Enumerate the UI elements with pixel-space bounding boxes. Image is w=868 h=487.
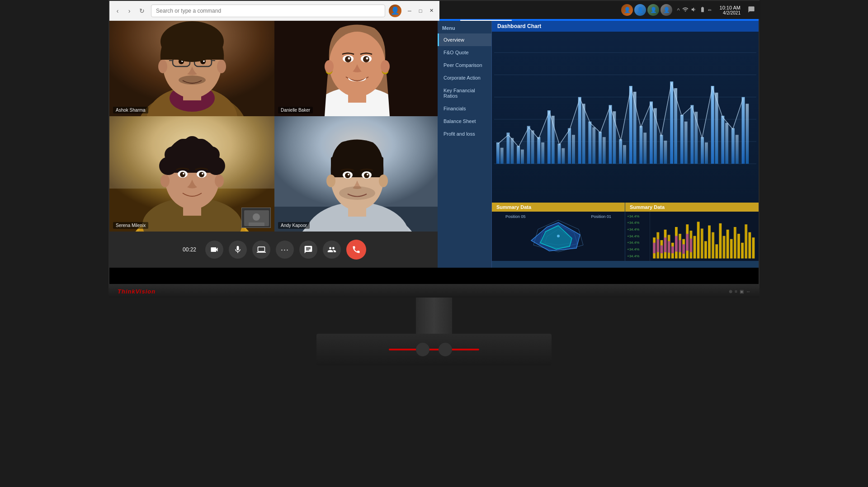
maximize-button[interactable]: □ (416, 6, 425, 15)
call-timer: 00:22 (183, 246, 196, 253)
svg-rect-158 (715, 244, 718, 258)
close-button[interactable]: ✕ (427, 6, 436, 15)
svg-point-76 (339, 186, 375, 200)
mini-bar-panel: Summary Data +34.4% +34.4% +34.4% +34.4%… (625, 203, 759, 262)
call-controls-bar: 00:22 ··· (109, 232, 439, 268)
app-avatar-1[interactable]: 👤 (621, 4, 633, 16)
network-icon[interactable] (682, 6, 689, 14)
svg-point-74 (348, 174, 349, 175)
sidebar-item-key-ratios[interactable]: Key Fanancial Ratios (438, 84, 491, 102)
svg-rect-166 (745, 224, 747, 258)
svg-point-29 (363, 56, 369, 62)
percentage-labels: +34.4% +34.4% +34.4% +34.4% +34.4% +34.4… (625, 212, 650, 261)
monitor-screen: ‹ › ↻ 👤 ─ □ ✕ (108, 0, 760, 285)
svg-rect-177 (682, 244, 685, 254)
menu-header: Menu (438, 23, 491, 33)
sidebar-item-fo-quote[interactable]: F&O Quote (438, 46, 491, 59)
svg-rect-170 (656, 239, 659, 252)
pct-2: +34.4% (627, 221, 648, 225)
svg-rect-162 (730, 239, 733, 259)
sidebar-item-corporate-action[interactable]: Corporate Action (438, 71, 491, 84)
svg-rect-69 (331, 157, 383, 177)
chat-button[interactable] (299, 241, 317, 259)
summary-row: Summary Data Position 05 Position 01 (492, 203, 759, 262)
svg-point-61 (253, 213, 260, 221)
minimize-button[interactable]: ─ (405, 6, 414, 15)
svg-rect-165 (741, 243, 744, 259)
notification-button[interactable] (746, 4, 757, 16)
svg-point-55 (183, 173, 184, 175)
svg-rect-163 (734, 227, 736, 259)
pct-5: +34.4% (627, 241, 648, 245)
sidebar-item-financials[interactable]: Financials (438, 102, 491, 115)
app-avatar-3[interactable]: 👤 (647, 4, 659, 16)
radar-label-pos01: Position 01 (591, 214, 611, 219)
svg-rect-159 (719, 223, 722, 259)
summary-header-right: Summary Data (625, 203, 759, 212)
video-thumbnail (241, 208, 271, 228)
svg-point-50 (207, 157, 225, 175)
dashboard-content: Menu Overview F&O Quote Peer Comparison … (438, 21, 759, 268)
monitor-settings: ⊕ ≡ ▣ ↔ (729, 289, 750, 294)
svg-rect-157 (712, 232, 714, 259)
chart-section-header: Dashboard Chart (492, 21, 759, 32)
dashboard-sidebar: Menu Overview F&O Quote Peer Comparison … (438, 21, 492, 268)
running-apps: 👤 👤 👤 👤 (621, 4, 672, 16)
sidebar-item-profit-loss[interactable]: Profit and loss (438, 128, 491, 140)
svg-rect-168 (752, 237, 755, 258)
pct-1: +34.4% (627, 214, 648, 218)
volume-icon[interactable] (691, 6, 697, 14)
participants-button[interactable] (323, 241, 341, 259)
svg-point-140 (557, 235, 560, 237)
svg-point-17 (217, 60, 226, 73)
mute-button[interactable] (229, 241, 247, 259)
svg-rect-134 (745, 104, 749, 164)
forward-button[interactable]: › (125, 6, 134, 15)
teams-titlebar: ‹ › ↻ 👤 ─ □ ✕ (109, 1, 439, 21)
sidebar-item-balance-sheet[interactable]: Balance Sheet (438, 115, 491, 128)
svg-point-28 (345, 56, 351, 62)
share-screen-button[interactable] (252, 241, 270, 259)
video-cell-4: Andy Kapoor (274, 116, 439, 232)
teams-search-input[interactable] (151, 5, 385, 17)
monitor-bezel-bottom: ThinkVision ⊕ ≡ ▣ ↔ (108, 285, 760, 298)
video-grid: Ashok Sharma (109, 1, 439, 232)
video-toggle-button[interactable] (205, 241, 223, 259)
svg-rect-169 (653, 243, 656, 253)
svg-point-19 (179, 76, 206, 85)
chevron-up-icon[interactable]: ^ (677, 7, 679, 14)
brand-label: ThinkVision (118, 288, 156, 295)
monitor-control-buttons: ⊕ ≡ ▣ ↔ (729, 289, 750, 294)
svg-rect-160 (723, 236, 726, 259)
svg-point-53 (180, 172, 185, 177)
battery-icon (699, 6, 706, 14)
back-button[interactable]: ‹ (113, 6, 122, 15)
system-tray: 👤 👤 👤 👤 ^ (621, 4, 760, 16)
svg-point-16 (158, 60, 167, 73)
refresh-button[interactable]: ↻ (137, 6, 147, 15)
svg-rect-153 (697, 222, 700, 258)
app-avatar-2[interactable]: 👤 (634, 4, 646, 16)
more-options-button[interactable]: ··· (276, 241, 294, 259)
svg-point-73 (364, 173, 369, 178)
chart-section: Dashboard Chart (492, 21, 759, 203)
sidebar-item-peer-comparison[interactable]: Peer Comparison (438, 59, 491, 71)
monitor-stand-base (316, 334, 552, 365)
radar-panel: Summary Data Position 05 Position 01 (492, 203, 625, 262)
app-avatar-4[interactable]: 👤 (660, 4, 672, 16)
clock-display[interactable]: 10:10 AM 4/2/2021 (716, 5, 744, 15)
end-call-button[interactable] (346, 240, 366, 260)
participant-name-3: Serena Milenix (113, 222, 148, 229)
wireless-dot-left (416, 343, 429, 356)
pct-4: +34.4% (627, 234, 648, 238)
monitor-stand-neck (416, 298, 452, 334)
svg-point-56 (202, 173, 203, 175)
svg-rect-171 (660, 246, 663, 253)
pen-icon: ✏ (708, 8, 712, 13)
user-avatar: 👤 (389, 5, 401, 17)
sidebar-item-overview[interactable]: Overview (438, 33, 491, 46)
dashboard-main: Dashboard Chart (492, 21, 759, 268)
svg-rect-161 (726, 230, 729, 259)
participant-name-2: Danielle Baker (278, 107, 313, 113)
svg-rect-179 (690, 239, 693, 252)
